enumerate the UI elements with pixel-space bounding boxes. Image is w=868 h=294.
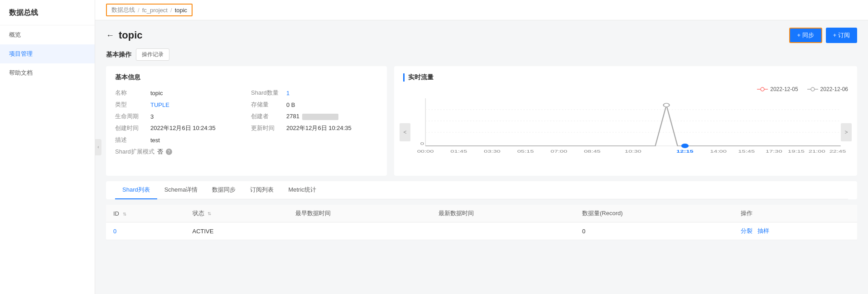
col-status: 状态 ⇅: [185, 205, 288, 222]
sidebar-item-overview[interactable]: 概览: [0, 25, 95, 44]
tab-metric[interactable]: Metric统计: [281, 181, 323, 199]
chart-nav-left[interactable]: <: [400, 123, 410, 141]
cell-ops: 分裂 抽样: [733, 222, 857, 240]
svg-text:10:30: 10:30: [625, 149, 641, 154]
svg-text:12:15: 12:15: [676, 149, 694, 154]
info-creator-val: 2781: [286, 113, 338, 120]
sidebar-collapse-button[interactable]: ‹: [95, 139, 101, 155]
sidebar-item-project[interactable]: 项目管理: [0, 44, 95, 63]
info-desc-val: test: [150, 137, 160, 144]
help-icon[interactable]: ?: [166, 149, 172, 155]
info-desc-key: 描述: [115, 136, 147, 144]
info-name-key: 名称: [115, 89, 147, 97]
info-type-key: 类型: [115, 101, 147, 109]
chart-legend: 2022-12-05 2022-12-06: [403, 86, 848, 92]
ops-log-button[interactable]: 操作记录: [136, 48, 169, 61]
col-latest: 最新数据时间: [431, 205, 575, 222]
ops-split-link[interactable]: 分裂: [741, 227, 752, 234]
page-title: topic: [119, 29, 143, 41]
sort-id-icon[interactable]: ⇅: [123, 212, 126, 217]
tab-schema[interactable]: Schema详情: [157, 181, 205, 199]
legend-item-1: 2022-12-05: [757, 86, 798, 92]
basic-info-panel: 基本信息 名称 topic 类型 TUPLE 生命周期: [106, 66, 387, 176]
col-id: ID ⇅: [106, 205, 185, 222]
ops-sample-link[interactable]: 抽样: [757, 227, 769, 234]
table-body: 0 ACTIVE 0 分裂 抽样: [106, 222, 857, 240]
info-name: 名称 topic: [115, 87, 242, 99]
tab-datasync[interactable]: 数据同步: [205, 181, 243, 199]
info-shard-expand-val: 否: [157, 148, 163, 156]
breadcrumb-sep-2: /: [170, 7, 172, 14]
info-updated: 更新时间 2022年12月6日 10:24:35: [251, 122, 378, 134]
info-creator: 创建者 2781: [251, 111, 378, 122]
info-updated-key: 更新时间: [251, 124, 283, 132]
tab-shard[interactable]: Shard列表: [115, 181, 157, 199]
svg-text:14:00: 14:00: [710, 149, 727, 154]
svg-point-3: [811, 87, 815, 91]
info-created-val: 2022年12月6日 10:24:35: [150, 124, 216, 132]
info-created-key: 创建时间: [115, 124, 147, 132]
basic-ops-row: 基本操作 操作记录: [106, 48, 857, 61]
sync-button[interactable]: + 同步: [789, 28, 822, 43]
svg-text:03:30: 03:30: [484, 149, 501, 154]
svg-text:08:45: 08:45: [584, 149, 601, 154]
cell-count: 0: [575, 222, 733, 240]
info-creator-key: 创建者: [251, 112, 283, 120]
breadcrumb: 数据总线 / fc_project / topic: [106, 4, 193, 16]
svg-text:0: 0: [420, 141, 424, 146]
sort-status-icon[interactable]: ⇅: [207, 211, 211, 216]
chart-container: <: [403, 96, 848, 169]
chart-nav-right[interactable]: >: [841, 123, 852, 141]
info-shard-count-key: Shard数量: [251, 89, 283, 97]
svg-point-9: [663, 103, 669, 107]
breadcrumb-sep-1: /: [138, 7, 140, 14]
page-header: ← topic + 同步 + 订阅: [106, 28, 857, 43]
row-id-link[interactable]: 0: [113, 228, 116, 235]
cell-earliest: [288, 222, 432, 240]
tabs-bar: Shard列表 Schema详情 数据同步 订阅列表 Metric统计: [106, 181, 857, 199]
header-buttons: + 同步 + 订阅: [789, 28, 857, 43]
breadcrumb-root[interactable]: 数据总线: [111, 6, 135, 14]
col-count: 数据量(Record): [575, 205, 733, 222]
tab-subscribe[interactable]: 订阅列表: [243, 181, 281, 199]
legend-line-2: [807, 87, 818, 92]
basic-info-title: 基本信息: [115, 73, 378, 82]
back-button[interactable]: ←: [106, 31, 114, 40]
cell-status: ACTIVE: [185, 222, 288, 240]
cell-latest: [431, 222, 575, 240]
tabs: Shard列表 Schema详情 数据同步 订阅列表 Metric统计: [115, 181, 848, 199]
info-chart-row: 基本信息 名称 topic 类型 TUPLE 生命周期: [106, 66, 857, 176]
sidebar-item-docs[interactable]: 帮助文档: [0, 63, 95, 82]
svg-point-1: [761, 87, 764, 91]
info-updated-val: 2022年12月6日 10:24:35: [286, 124, 352, 132]
svg-text:17:30: 17:30: [766, 149, 782, 154]
breadcrumb-bar: 数据总线 / fc_project / topic: [95, 0, 868, 20]
chart-panel: 实时流量 2022-12-05 2022-1: [394, 66, 857, 176]
col-ops: 操作: [733, 205, 857, 222]
info-lifecycle-val: 3: [150, 113, 154, 120]
main-content: 数据总线 / fc_project / topic ← topic + 同步 +…: [95, 0, 868, 294]
info-desc: 描述 test: [115, 134, 242, 146]
breadcrumb-project[interactable]: fc_project: [142, 7, 168, 14]
info-grid: 名称 topic 类型 TUPLE 生命周期 3 创建时间: [115, 87, 378, 158]
info-created: 创建时间 2022年12月6日 10:24:35: [115, 122, 242, 134]
sidebar: 数据总线 概览 项目管理 帮助文档: [0, 0, 95, 294]
info-storage: 存储量 0 B: [251, 99, 378, 111]
legend-label-2: 2022-12-06: [820, 86, 848, 92]
svg-text:22:45: 22:45: [829, 149, 846, 154]
info-lifecycle-key: 生命周期: [115, 112, 147, 120]
subscribe-button[interactable]: + 订阅: [826, 28, 857, 43]
legend-item-2: 2022-12-06: [807, 86, 848, 92]
shard-table: ID ⇅ 状态 ⇅ 最早数据时间 最新数据时间 数据量(Record) 操作: [106, 205, 857, 240]
svg-text:21:00: 21:00: [809, 149, 825, 154]
shard-table-element: ID ⇅ 状态 ⇅ 最早数据时间 最新数据时间 数据量(Record) 操作: [106, 205, 857, 240]
legend-label-1: 2022-12-05: [770, 86, 798, 92]
breadcrumb-current: topic: [175, 7, 187, 14]
svg-text:15:45: 15:45: [738, 149, 755, 154]
info-shard-expand: Shard扩展模式 否 ?: [115, 146, 242, 158]
chart-svg: 00:00 01:45 03:30 05:15 07:00 08:45 10:3…: [403, 96, 848, 159]
info-shard-count: Shard数量 1: [251, 87, 378, 99]
cell-id: 0: [106, 222, 185, 240]
table-header-row: ID ⇅ 状态 ⇅ 最早数据时间 最新数据时间 数据量(Record) 操作: [106, 205, 857, 222]
svg-text:07:00: 07:00: [550, 149, 567, 154]
